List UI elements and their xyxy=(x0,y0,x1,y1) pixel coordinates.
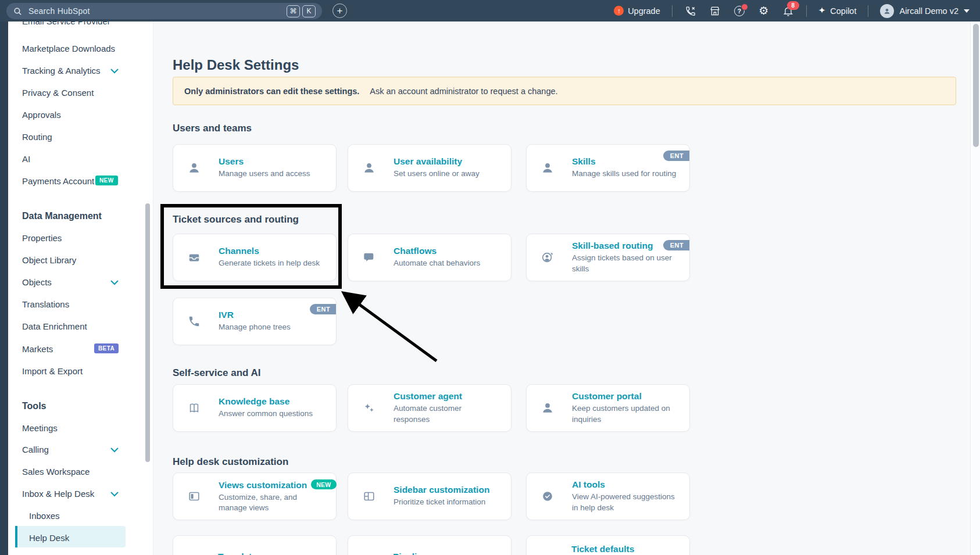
chevron-down-icon xyxy=(110,69,119,74)
chevron-down-icon xyxy=(110,447,119,453)
divider xyxy=(806,5,807,17)
card-pipelines[interactable]: Pipelines xyxy=(348,535,512,555)
sidebar-item-tracking-analytics[interactable]: Tracking & Analytics xyxy=(22,65,101,76)
copilot-sparkle-icon: ✦ xyxy=(818,6,826,15)
copilot-button[interactable]: ✦ Copilot xyxy=(818,6,857,16)
sidebar-item-import-export[interactable]: Import & Export xyxy=(22,365,83,377)
sidebar-item-sales-workspace[interactable]: Sales Workspace xyxy=(22,466,90,477)
new-badge: NEW xyxy=(311,479,336,489)
card-user-availability[interactable]: User availability Set users online or aw… xyxy=(348,144,512,192)
calling-icon[interactable] xyxy=(684,5,697,17)
card-ivr[interactable]: ENT IVR Manage phone trees xyxy=(173,298,337,345)
card-customer-agent[interactable]: Customer agent Automate customer respons… xyxy=(348,384,512,432)
card-skill-based-routing[interactable]: ENT Skill-based routing Assign tickets b… xyxy=(526,234,690,281)
sidebar-item-email-service-provider[interactable]: Email Service Provider xyxy=(22,22,110,27)
sidebar-item-inboxes[interactable]: Inboxes xyxy=(29,510,60,521)
card-title-link[interactable]: Sidebar customization xyxy=(394,485,489,495)
sidebar-scrollbar-thumb[interactable] xyxy=(145,203,150,462)
card-sidebar-customization[interactable]: Sidebar customization Prioritize ticket … xyxy=(348,472,512,520)
card-ticket-defaults[interactable]: Ticket defaults xyxy=(526,535,690,555)
chevron-down-icon xyxy=(964,9,970,13)
admin-notice-banner: Only administrators can edit these setti… xyxy=(173,77,956,105)
card-title-link[interactable]: User availability xyxy=(394,156,480,167)
card-ai-tools[interactable]: AI tools View AI-powered suggestions in … xyxy=(526,472,690,520)
settings-gear-icon[interactable]: ⚙ xyxy=(757,5,770,17)
sidebar-item-inbox-help-desk[interactable]: Inbox & Help Desk xyxy=(22,488,94,499)
card-users[interactable]: Users Manage users and access xyxy=(173,144,337,192)
card-title-link[interactable]: Users xyxy=(219,156,310,167)
account-menu[interactable]: Aircall Demo v2 xyxy=(880,4,970,18)
enterprise-badge: ENT xyxy=(663,240,689,250)
marketplace-icon[interactable] xyxy=(709,5,721,17)
card-views-customization[interactable]: Views customizationNEW Customize, share,… xyxy=(173,472,337,520)
card-title-link[interactable]: Ticket defaults xyxy=(571,544,634,554)
agent-routing-icon xyxy=(541,250,555,264)
beta-badge: BETA xyxy=(94,343,119,353)
copilot-label: Copilot xyxy=(830,6,856,16)
card-customer-portal[interactable]: Customer portal Keep customers updated o… xyxy=(526,384,690,432)
card-skills[interactable]: ENT Skills Manage skills used for routin… xyxy=(526,144,690,192)
notification-count-badge: 8 xyxy=(787,1,799,10)
card-templates[interactable]: Templates xyxy=(173,535,337,555)
card-title-link[interactable]: Pipelines xyxy=(393,552,432,555)
top-navigation-bar: Search HubSpot ⌘ K + ↑ Upgrade ? ⚙ 8 xyxy=(0,0,980,22)
settings-sidebar: Email Service Provider Marketplace Downl… xyxy=(8,22,153,555)
page-scrollbar-thumb[interactable] xyxy=(973,24,979,147)
phone-icon xyxy=(187,314,201,328)
avatar xyxy=(880,4,894,18)
card-title-link[interactable]: AI tools xyxy=(572,479,679,490)
divider xyxy=(868,5,868,17)
sidebar-item-calling[interactable]: Calling xyxy=(22,443,49,455)
sidebar-item-payments-account[interactable]: Payments Account NEW xyxy=(22,175,94,187)
card-description: Set users online or away xyxy=(394,169,480,179)
notifications-bell-icon[interactable]: 8 xyxy=(782,5,795,17)
card-description: Automate chat behaviors xyxy=(394,258,480,268)
sidebar-item-ai[interactable]: AI xyxy=(22,153,30,164)
sidebar-item-marketplace-downloads[interactable]: Marketplace Downloads xyxy=(22,42,115,54)
sidebar-item-privacy-consent[interactable]: Privacy & Consent xyxy=(22,87,94,98)
user-icon xyxy=(541,401,555,415)
book-icon xyxy=(187,401,201,415)
cmd-key: ⌘ xyxy=(287,5,300,17)
card-title-link[interactable]: Knowledge base xyxy=(219,396,313,407)
chat-bubble-icon xyxy=(362,250,376,264)
card-title-link[interactable]: Skill-based routing xyxy=(572,241,674,251)
k-key: K xyxy=(302,5,316,17)
sidebar-item-markets[interactable]: Markets BETA xyxy=(22,343,53,355)
sidebar-item-translations[interactable]: Translations xyxy=(22,298,69,310)
chevron-down-icon xyxy=(110,280,119,285)
card-chatflows[interactable]: Chatflows Automate chat behaviors xyxy=(348,234,512,281)
sidebar-item-routing[interactable]: Routing xyxy=(22,131,52,142)
sidebar-item-objects[interactable]: Objects xyxy=(22,276,52,288)
card-channels[interactable]: Channels Generate tickets in help desk xyxy=(173,234,337,281)
create-button[interactable]: + xyxy=(332,3,347,18)
sidebar-item-help-desk-selected[interactable]: Help Desk xyxy=(29,532,69,543)
help-icon[interactable]: ? xyxy=(733,5,746,17)
card-title-link[interactable]: Customer portal xyxy=(572,391,674,402)
card-title-link[interactable]: Views customizationNEW xyxy=(219,479,337,490)
card-title-link[interactable]: Skills xyxy=(572,156,676,167)
badge-check-icon xyxy=(541,489,555,503)
layout-columns-icon xyxy=(362,489,376,503)
card-description: Generate tickets in help desk xyxy=(219,258,320,268)
sidebar-item-object-library[interactable]: Object Library xyxy=(22,254,76,266)
card-description: View AI-powered suggestions in help desk xyxy=(572,492,679,513)
card-title-link[interactable]: IVR xyxy=(219,310,291,320)
views-panel-icon xyxy=(187,489,201,503)
sidebar-item-approvals[interactable]: Approvals xyxy=(22,109,61,120)
help-notification-dot xyxy=(741,3,748,10)
enterprise-badge: ENT xyxy=(310,304,336,314)
user-icon xyxy=(541,161,555,175)
sidebar-item-properties[interactable]: Properties xyxy=(22,232,62,244)
card-knowledge-base[interactable]: Knowledge base Answer common questions xyxy=(173,384,337,432)
card-title-link[interactable]: Chatflows xyxy=(394,246,480,256)
user-icon xyxy=(362,161,376,175)
card-title-link[interactable]: Templates xyxy=(218,552,262,555)
sidebar-item-data-enrichment[interactable]: Data Enrichment xyxy=(22,320,87,332)
search-input[interactable]: Search HubSpot ⌘ K xyxy=(6,3,322,19)
sidebar-item-meetings[interactable]: Meetings xyxy=(22,422,58,434)
upgrade-button[interactable]: ↑ Upgrade xyxy=(614,6,660,16)
card-title-link[interactable]: Channels xyxy=(219,246,320,256)
section-header-self-service-ai: Self-service and AI xyxy=(173,367,261,379)
card-title-link[interactable]: Customer agent xyxy=(394,391,475,402)
